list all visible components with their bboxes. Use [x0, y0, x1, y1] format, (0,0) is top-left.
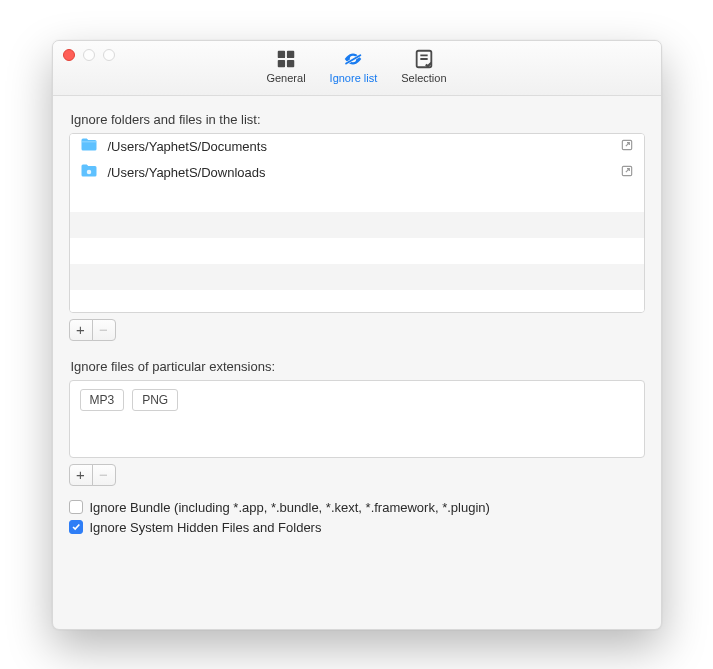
folders-label: Ignore folders and files in the list:	[71, 112, 645, 127]
checkbox-label: Ignore Bundle (including *.app, *.bundle…	[90, 500, 490, 515]
add-extension-button[interactable]: +	[69, 464, 93, 486]
ignore-bundle-option[interactable]: Ignore Bundle (including *.app, *.bundle…	[69, 500, 645, 515]
reveal-in-finder-icon[interactable]	[620, 164, 634, 181]
tab-selection[interactable]: Selection	[391, 45, 456, 88]
list-item[interactable]: /Users/YaphetS/Documents	[70, 134, 644, 160]
plus-icon: +	[76, 467, 85, 482]
svg-rect-1	[287, 50, 294, 57]
folder-path: /Users/YaphetS/Downloads	[108, 165, 610, 180]
ignore-extensions-list[interactable]: MP3 PNG	[69, 380, 645, 458]
extension-tag[interactable]: MP3	[80, 389, 125, 411]
tab-ignore-list[interactable]: Ignore list	[320, 45, 388, 88]
tab-label: Selection	[401, 72, 446, 84]
checkbox-label: Ignore System Hidden Files and Folders	[90, 520, 322, 535]
reveal-in-finder-icon[interactable]	[620, 138, 634, 155]
add-folder-button[interactable]: +	[69, 319, 93, 341]
tab-label: Ignore list	[330, 72, 378, 84]
ignore-hidden-option[interactable]: Ignore System Hidden Files and Folders	[69, 520, 645, 535]
checklist-icon	[411, 47, 437, 71]
remove-extension-button[interactable]: −	[92, 464, 116, 486]
empty-row	[70, 290, 644, 313]
empty-row	[70, 212, 644, 238]
grid-icon	[273, 47, 299, 71]
empty-row	[70, 238, 644, 264]
folder-icon	[80, 163, 98, 181]
titlebar: General Ignore list Selection	[53, 41, 661, 96]
preferences-window: General Ignore list Selection Ignore fol…	[52, 40, 662, 630]
folder-icon	[80, 137, 98, 155]
folders-add-remove: + −	[69, 319, 645, 341]
minus-icon: −	[99, 322, 108, 337]
plus-icon: +	[76, 322, 85, 337]
extensions-add-remove: + −	[69, 464, 645, 486]
list-item[interactable]: /Users/YaphetS/Downloads	[70, 160, 644, 186]
empty-row	[70, 264, 644, 290]
content-area: Ignore folders and files in the list: /U…	[53, 96, 661, 629]
tab-label: General	[266, 72, 305, 84]
checkbox-icon	[69, 520, 83, 534]
svg-rect-0	[278, 50, 285, 57]
window-controls	[63, 49, 115, 61]
minimize-window-button[interactable]	[83, 49, 95, 61]
tab-general[interactable]: General	[256, 45, 315, 88]
remove-folder-button[interactable]: −	[92, 319, 116, 341]
checkbox-icon	[69, 500, 83, 514]
svg-rect-3	[287, 59, 294, 66]
options: Ignore Bundle (including *.app, *.bundle…	[69, 500, 645, 535]
empty-row	[70, 186, 644, 212]
extensions-label: Ignore files of particular extensions:	[71, 359, 645, 374]
minus-icon: −	[99, 467, 108, 482]
ignore-folders-list[interactable]: /Users/YaphetS/Documents /Users/YaphetS/…	[69, 133, 645, 313]
svg-point-8	[86, 170, 91, 175]
folder-path: /Users/YaphetS/Documents	[108, 139, 610, 154]
zoom-window-button[interactable]	[103, 49, 115, 61]
toolbar: General Ignore list Selection	[256, 41, 456, 88]
close-window-button[interactable]	[63, 49, 75, 61]
svg-rect-2	[278, 59, 285, 66]
eye-off-icon	[340, 47, 366, 71]
extension-tag[interactable]: PNG	[132, 389, 178, 411]
